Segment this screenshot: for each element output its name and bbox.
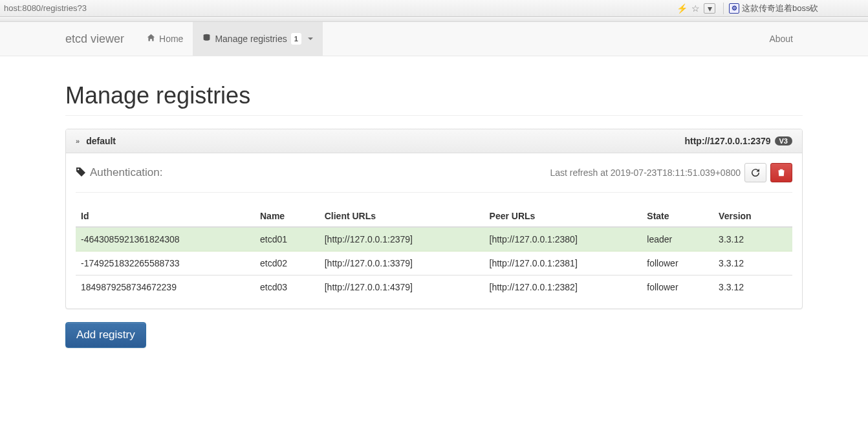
- cell-name: etcd01: [255, 227, 320, 252]
- tag-icon: [76, 167, 86, 179]
- trash-icon: [777, 169, 785, 177]
- main-navbar: etcd viewer Home Manage registries 1 Abo…: [0, 22, 868, 56]
- lightning-icon: ⚡: [677, 3, 688, 14]
- cell-state: leader: [642, 227, 713, 252]
- registry-name: default: [86, 136, 116, 146]
- col-id: Id: [76, 206, 255, 227]
- nav-manage-registries[interactable]: Manage registries 1: [193, 22, 322, 56]
- browser-sub-bar: [0, 17, 868, 22]
- delete-button[interactable]: [770, 163, 792, 182]
- url-bar[interactable]: host:8080/registries?3: [3, 3, 673, 13]
- cell-id: 1849879258734672239: [76, 275, 255, 299]
- cell-name: etcd03: [255, 275, 320, 299]
- database-icon: [202, 34, 211, 44]
- svg-point-1: [78, 168, 80, 170]
- table-row: -4643085921361824308 etcd01 [http://127.…: [76, 227, 792, 252]
- col-state: State: [642, 206, 713, 227]
- page-title: Manage registries: [65, 82, 803, 109]
- nav-home-label: Home: [159, 34, 183, 44]
- browser-extension[interactable]: ⚙ 这款传奇追着boss砍: [723, 3, 865, 14]
- extension-text: 这款传奇追着boss砍: [742, 3, 818, 14]
- version-badge: V3: [775, 136, 792, 146]
- nav-manage-label: Manage registries: [215, 34, 287, 44]
- cell-version: 3.3.12: [713, 275, 792, 299]
- expand-icon: »: [76, 137, 80, 145]
- add-registry-button[interactable]: Add registry: [65, 322, 146, 348]
- refresh-button[interactable]: [744, 163, 766, 182]
- browser-indicators: ⚡ ☆ ▾: [673, 3, 719, 14]
- cell-name: etcd02: [255, 252, 320, 275]
- table-header-row: Id Name Client URLs Peer URLs State Vers…: [76, 206, 792, 227]
- cell-version: 3.3.12: [713, 227, 792, 252]
- cell-client: [http://127.0.0.1:2379]: [320, 227, 484, 252]
- col-peer: Peer URLs: [484, 206, 642, 227]
- last-refresh-text: Last refresh at 2019-07-23T18:11:51.039+…: [550, 167, 741, 178]
- cell-version: 3.3.12: [713, 252, 792, 275]
- cell-id: -1749251832265588733: [76, 252, 255, 275]
- registries-count-badge: 1: [291, 33, 301, 45]
- cell-peer: [http://127.0.0.1:2381]: [484, 252, 642, 275]
- nav-about-label: About: [769, 34, 793, 44]
- brand-link[interactable]: etcd viewer: [65, 32, 137, 46]
- cell-id: -4643085921361824308: [76, 227, 255, 252]
- col-client: Client URLs: [320, 206, 484, 227]
- table-row: 1849879258734672239 etcd03 [http://127.0…: [76, 275, 792, 299]
- nav-about[interactable]: About: [759, 22, 803, 56]
- star-icon[interactable]: ☆: [691, 3, 700, 14]
- chevron-down-icon[interactable]: ▾: [704, 3, 715, 14]
- nav-home[interactable]: Home: [137, 22, 193, 56]
- caret-down-icon: [308, 38, 313, 40]
- registry-url: http://127.0.0.1:2379: [684, 136, 770, 146]
- authentication-label: Authentication:: [90, 166, 162, 179]
- page-header: Manage registries: [65, 82, 803, 116]
- table-row: -1749251832265588733 etcd02 [http://127.…: [76, 252, 792, 275]
- panel-heading[interactable]: » default http://127.0.0.1:2379 V3: [66, 129, 802, 153]
- refresh-icon: [752, 169, 759, 177]
- col-name: Name: [255, 206, 320, 227]
- cell-state: follower: [642, 252, 713, 275]
- extension-icon: ⚙: [729, 3, 739, 14]
- registry-panel-default: » default http://127.0.0.1:2379 V3 Authe…: [65, 129, 803, 309]
- cell-client: [http://127.0.0.1:4379]: [320, 275, 484, 299]
- cell-peer: [http://127.0.0.1:2382]: [484, 275, 642, 299]
- col-version: Version: [713, 206, 792, 227]
- home-icon: [147, 34, 155, 44]
- members-table: Id Name Client URLs Peer URLs State Vers…: [76, 206, 792, 299]
- browser-toolbar: host:8080/registries?3 ⚡ ☆ ▾ ⚙ 这款传奇追着bos…: [0, 0, 868, 17]
- divider: [76, 192, 792, 193]
- cell-client: [http://127.0.0.1:3379]: [320, 252, 484, 275]
- cell-state: follower: [642, 275, 713, 299]
- cell-peer: [http://127.0.0.1:2380]: [484, 227, 642, 252]
